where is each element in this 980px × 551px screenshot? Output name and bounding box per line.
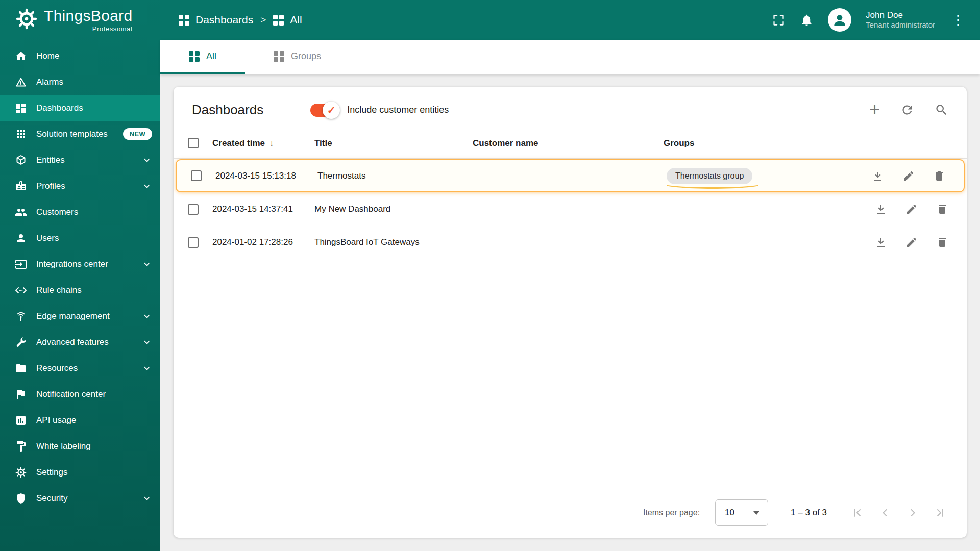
cell-title: Thermostats	[317, 171, 476, 181]
dashboards-card: Dashboards ✓ Include customer entities +…	[174, 87, 967, 538]
notifications-bell-button[interactable]	[800, 13, 814, 27]
sidebar-item-label: Alarms	[36, 77, 63, 87]
app-edition: Professional	[44, 25, 132, 33]
sidebar-item-entities[interactable]: Entities	[0, 147, 160, 173]
entities-icon	[14, 154, 28, 166]
group-chip[interactable]: Thermostats group	[667, 168, 752, 184]
previous-page-button[interactable]	[879, 507, 891, 519]
chevron-down-icon	[141, 493, 152, 504]
delete-button[interactable]	[936, 203, 948, 215]
cell-created-time: 2024-03-15 14:37:41	[212, 204, 314, 214]
sidebar-item-label: White labeling	[36, 441, 91, 452]
items-per-page-select[interactable]: 10	[715, 499, 768, 526]
breadcrumb-label: Dashboards	[195, 14, 253, 26]
toggle-label: Include customer entities	[347, 105, 449, 115]
user-avatar[interactable]	[828, 8, 851, 32]
next-page-button[interactable]	[906, 507, 919, 519]
column-header-created-time[interactable]: Created time↓	[212, 138, 314, 148]
sidebar-item-dashboards[interactable]: Dashboards	[0, 95, 160, 121]
sidebar-item-rule-chains[interactable]: Rule chains	[0, 277, 160, 303]
toggle-track[interactable]: ✓	[310, 104, 338, 117]
row-checkbox[interactable]	[191, 170, 202, 181]
edit-button[interactable]	[902, 170, 915, 182]
sidebar-item-solution-templates[interactable]: Solution templates NEW	[0, 121, 160, 147]
page-title: Dashboards	[192, 102, 263, 118]
table-footer: Items per page: 10 1 – 3 of 3	[174, 488, 967, 538]
customers-icon	[14, 206, 28, 218]
solution-templates-icon	[14, 128, 28, 140]
table-row[interactable]: 2024-03-15 15:13:18 Thermostats Thermost…	[176, 159, 965, 192]
download-button[interactable]	[875, 203, 887, 215]
tab-label: Groups	[291, 51, 321, 62]
tab-groups[interactable]: Groups	[245, 40, 350, 74]
chevron-down-icon	[141, 181, 152, 191]
refresh-button[interactable]	[900, 103, 914, 117]
user-role: Tenant administrator	[866, 20, 935, 30]
sidebar-item-home[interactable]: Home	[0, 43, 160, 69]
sidebar-item-alarms[interactable]: Alarms	[0, 69, 160, 95]
settings-icon	[14, 466, 28, 479]
white-labeling-icon	[14, 440, 28, 453]
last-page-button[interactable]	[934, 507, 946, 519]
sidebar-item-label: Integrations center	[36, 259, 108, 269]
sidebar-item-settings[interactable]: Settings	[0, 459, 160, 485]
cell-title: My New Dashboard	[314, 204, 473, 214]
card-header-actions: +	[869, 103, 948, 117]
breadcrumb: Dashboards > All	[179, 14, 302, 26]
breadcrumb-label: All	[290, 14, 302, 26]
sidebar-item-resources[interactable]: Resources	[0, 355, 160, 381]
breadcrumb-dashboards[interactable]: Dashboards	[179, 14, 253, 26]
download-button[interactable]	[875, 236, 887, 248]
column-header-groups[interactable]: Groups	[664, 138, 860, 148]
select-all-checkbox[interactable]	[188, 138, 199, 148]
sidebar-item-label: Resources	[36, 363, 78, 373]
search-button[interactable]	[935, 103, 948, 117]
sidebar-item-notification-center[interactable]: Notification center	[0, 381, 160, 407]
main-column: Dashboards > All John Doe Tenant adminis…	[160, 0, 980, 551]
sidebar-item-label: Edge management	[36, 311, 110, 321]
sidebar-item-label: API usage	[36, 415, 76, 425]
first-page-button[interactable]	[851, 507, 864, 519]
breadcrumb-separator: >	[260, 14, 266, 26]
home-icon	[14, 50, 28, 62]
fullscreen-button[interactable]	[772, 13, 786, 27]
users-icon	[14, 232, 28, 244]
sidebar-item-profiles[interactable]: Profiles	[0, 173, 160, 199]
sidebar-item-label: Customers	[36, 207, 78, 217]
edit-button[interactable]	[905, 236, 918, 248]
tab-all[interactable]: All	[160, 40, 245, 74]
dashboards-grid-icon	[189, 51, 200, 62]
cell-title: ThingsBoard IoT Gateways	[314, 237, 473, 247]
sidebar-item-white-labeling[interactable]: White labeling	[0, 433, 160, 459]
app-logo[interactable]: ThingsBoard Professional	[0, 0, 160, 40]
dashboards-grid-icon	[273, 15, 284, 26]
sidebar-item-api-usage[interactable]: API usage	[0, 407, 160, 433]
sidebar-item-integrations-center[interactable]: Integrations center	[0, 251, 160, 277]
sidebar-item-security[interactable]: Security	[0, 485, 160, 511]
sidebar-item-label: Home	[36, 51, 59, 61]
row-checkbox[interactable]	[188, 237, 199, 248]
delete-button[interactable]	[936, 236, 948, 248]
table-row[interactable]: 2024-01-02 17:28:26 ThingsBoard IoT Gate…	[174, 226, 967, 259]
include-customer-entities-toggle[interactable]: ✓ Include customer entities	[310, 104, 449, 117]
sidebar-item-users[interactable]: Users	[0, 225, 160, 251]
row-checkbox[interactable]	[188, 204, 199, 215]
security-icon	[14, 492, 28, 505]
kebab-menu-icon[interactable]: ⋮	[949, 13, 967, 27]
sidebar-item-customers[interactable]: Customers	[0, 199, 160, 225]
table-row[interactable]: 2024-03-15 14:37:41 My New Dashboard	[174, 193, 967, 226]
delete-button[interactable]	[933, 170, 945, 182]
sidebar-item-advanced-features[interactable]: Advanced features	[0, 329, 160, 355]
column-header-customer-name[interactable]: Customer name	[473, 138, 664, 148]
top-bar: Dashboards > All John Doe Tenant adminis…	[160, 0, 980, 40]
card-header: Dashboards ✓ Include customer entities +	[174, 87, 967, 128]
sidebar-item-label: Settings	[36, 467, 67, 478]
breadcrumb-all[interactable]: All	[273, 14, 302, 26]
add-button[interactable]: +	[869, 103, 880, 117]
sidebar-item-edge-management[interactable]: Edge management	[0, 303, 160, 329]
download-button[interactable]	[872, 170, 884, 182]
sidebar: ThingsBoard Professional Home Alarms Das…	[0, 0, 160, 551]
column-header-title[interactable]: Title	[314, 138, 473, 148]
groups-grid-icon	[274, 51, 284, 62]
edit-button[interactable]	[905, 203, 918, 215]
